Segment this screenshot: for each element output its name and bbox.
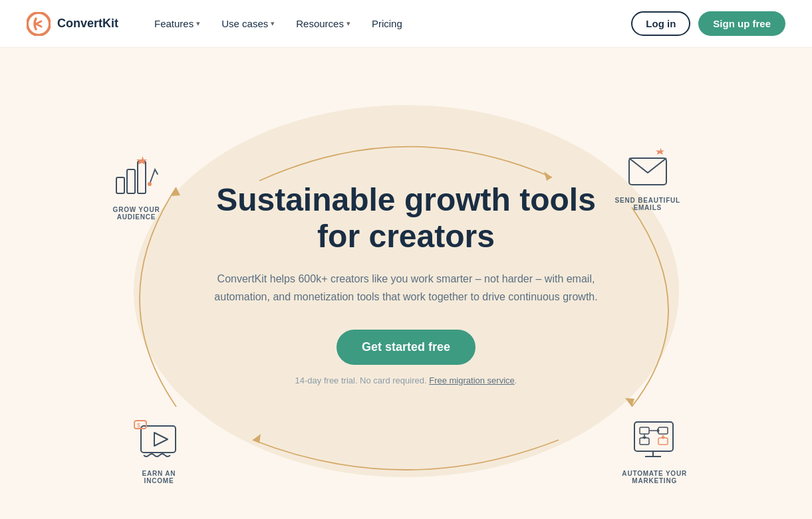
send-emails-icon	[624, 146, 672, 191]
hero-content: Sustainable growth tools for creators Co…	[213, 181, 599, 385]
send-emails-label: SEND BEAUTIFUL EMAILS	[615, 197, 680, 211]
nav-actions: Log in Sign up free	[631, 11, 785, 36]
svg-text:$: $	[137, 422, 140, 429]
cta-button[interactable]: Get started free	[337, 330, 475, 365]
migration-link[interactable]: Free migration service	[429, 375, 515, 385]
automate-marketing-icon	[628, 417, 681, 465]
hero-subtitle: ConvertKit helps 600k+ creators like you…	[213, 270, 599, 306]
hero-title: Sustainable growth tools for creators	[213, 181, 599, 255]
nav-use-cases[interactable]: Use cases ▾	[212, 13, 284, 35]
automate-marketing-label: AUTOMATE YOUR MARKETING	[622, 470, 687, 484]
nav-pricing[interactable]: Pricing	[362, 13, 412, 35]
nav-features[interactable]: Features ▾	[145, 13, 209, 35]
resources-chevron-icon: ▾	[346, 19, 350, 28]
login-button[interactable]: Log in	[631, 11, 690, 36]
svg-rect-6	[127, 169, 135, 193]
svg-rect-5	[116, 177, 124, 193]
svg-marker-11	[656, 148, 664, 154]
grow-audience-icon	[110, 151, 163, 201]
float-send-emails: SEND BEAUTIFUL EMAILS	[615, 146, 680, 211]
svg-point-0	[27, 13, 50, 35]
svg-point-9	[148, 182, 152, 186]
nav-links: Features ▾ Use cases ▾ Resources ▾ Prici…	[145, 13, 631, 35]
svg-rect-7	[138, 161, 146, 193]
features-chevron-icon: ▾	[196, 19, 200, 28]
nav-resources[interactable]: Resources ▾	[287, 13, 360, 35]
float-automate-marketing: AUTOMATE YOUR MARKETING	[622, 417, 687, 484]
svg-rect-18	[658, 427, 668, 434]
grow-audience-label: GROW YOUR AUDIENCE	[113, 206, 160, 221]
signup-button[interactable]: Sign up free	[698, 11, 785, 36]
hero-section: GROW YOUR AUDIENCE SEND BEAUTIFUL EMAILS…	[0, 48, 812, 519]
earn-income-icon: $	[132, 417, 186, 465]
svg-rect-16	[634, 422, 673, 451]
use-cases-chevron-icon: ▾	[271, 19, 275, 28]
svg-rect-17	[640, 427, 649, 434]
logo-text: ConvertKit	[57, 17, 118, 31]
navbar: ConvertKit Features ▾ Use cases ▾ Resour…	[0, 0, 812, 48]
float-grow-audience: GROW YOUR AUDIENCE	[110, 151, 163, 221]
earn-income-label: EARN AN INCOME	[142, 470, 176, 484]
hero-note: 14-day free trial. No card required. Fre…	[213, 375, 599, 385]
svg-marker-13	[154, 433, 168, 446]
logo-link[interactable]: ConvertKit	[27, 12, 118, 36]
float-earn-income: $ EARN AN INCOME	[132, 417, 186, 484]
logo-icon	[27, 12, 51, 36]
svg-rect-12	[141, 426, 176, 453]
